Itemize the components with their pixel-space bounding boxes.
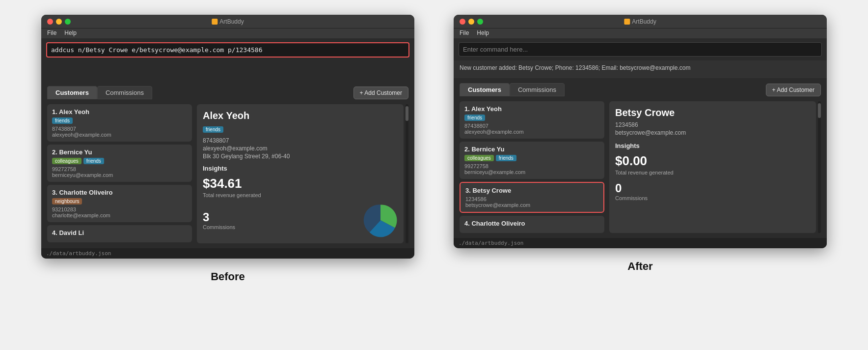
- before-commissions-info: 3 Commissions: [203, 210, 235, 230]
- before-traffic-lights: [47, 19, 71, 25]
- after-label: After: [627, 260, 652, 273]
- after-customer-3-name: 3. Betsy Crowe: [465, 187, 598, 194]
- after-status-bar: New customer added: Betsy Crowe; Phone: …: [454, 60, 827, 78]
- after-file-path: ./data/artbuddy.json: [454, 238, 827, 248]
- before-customer-3-email: charlotte@example.com: [52, 212, 187, 218]
- before-command-area: addcus n/Betsy Crowe e/betsycrowe@exampl…: [41, 38, 414, 61]
- after-panels: 1. Alex Yeoh friends 87438807 alexyeoh@e…: [460, 101, 821, 233]
- before-scrollbar-thumb[interactable]: [406, 106, 408, 121]
- before-panels: 1. Alex Yeoh friends 87438807 alexyeoh@e…: [47, 104, 408, 243]
- after-tabs-row: Customers Commissions + Add Customer: [460, 83, 821, 96]
- before-scrollbar-track[interactable]: [406, 104, 408, 243]
- before-customer-4-name: 4. David Li: [52, 229, 187, 236]
- before-customer-3-phone: 93210283: [52, 206, 187, 212]
- after-customer-1[interactable]: 1. Alex Yeoh friends 87438807 alexyeoh@e…: [460, 101, 604, 139]
- before-commissions-row: 3 Commissions: [203, 203, 398, 237]
- after-customer-2-tag-friends: friends: [496, 155, 516, 161]
- after-window-title: ArtBuddy: [624, 18, 656, 25]
- before-pie-chart: [363, 203, 398, 237]
- after-scrollbar-track[interactable]: [818, 101, 821, 233]
- before-customer-2-tag-friends: friends: [83, 158, 104, 164]
- before-customer-1-phone: 87438807: [52, 126, 187, 132]
- before-detail-tag-friends: friends: [203, 126, 223, 133]
- after-revenue-label: Total revenue generated: [615, 170, 810, 175]
- after-customer-2-name: 2. Bernice Yu: [464, 146, 599, 153]
- before-minimize-button[interactable]: [56, 19, 62, 25]
- after-customer-3[interactable]: 3. Betsy Crowe 1234586 betsycrowe@exampl…: [460, 182, 604, 213]
- before-close-button[interactable]: [47, 19, 53, 25]
- after-customer-2-tags: colleagues friends: [464, 155, 599, 161]
- before-customer-4[interactable]: 4. David Li: [47, 225, 192, 242]
- after-detail-phone: 1234586: [615, 121, 810, 128]
- after-close-button[interactable]: [460, 19, 465, 25]
- after-customer-2[interactable]: 2. Bernice Yu colleagues friends 9927275…: [460, 142, 604, 179]
- after-customer-3-phone: 1234586: [465, 196, 598, 202]
- before-detail-name: Alex Yeoh: [203, 110, 398, 121]
- before-menu-help[interactable]: Help: [64, 29, 77, 36]
- after-menu-bar: File Help: [454, 29, 827, 38]
- after-menu-help[interactable]: Help: [477, 29, 489, 36]
- before-customer-1-tag-friends: friends: [52, 117, 73, 124]
- after-window: ArtBuddy File Help Enter command here...…: [454, 15, 827, 248]
- before-menu-file[interactable]: File: [47, 29, 56, 36]
- before-customer-3[interactable]: 3. Charlotte Oliveiro neighbours 9321028…: [47, 185, 192, 222]
- before-customer-1[interactable]: 1. Alex Yeoh friends 87438807 alexyeoh@e…: [47, 104, 192, 142]
- before-command-input[interactable]: addcus n/Betsy Crowe e/betsycrowe@exampl…: [46, 42, 409, 58]
- after-customer-1-email: alexyeoh@example.com: [464, 129, 599, 135]
- before-detail-area: Alex Yeoh friends 87438807 alexyeoh@exam…: [197, 104, 408, 243]
- before-customer-1-tags: friends: [52, 117, 187, 124]
- before-tabs-row: Customers Commissions + Add Customer: [47, 86, 408, 99]
- after-customer-1-phone: 87438807: [464, 123, 599, 129]
- after-insights-title: Insights: [615, 142, 810, 149]
- before-detail-tag-row: friends: [203, 124, 398, 133]
- before-detail-panel: Alex Yeoh friends 87438807 alexyeoh@exam…: [197, 104, 404, 243]
- after-customer-4[interactable]: 4. Charlotte Oliveiro: [460, 216, 604, 233]
- after-add-customer-button[interactable]: + Add Customer: [766, 84, 821, 96]
- before-insights-title: Insights: [203, 165, 398, 172]
- after-status-message: New customer added: Betsy Crowe; Phone: …: [460, 64, 690, 71]
- after-customer-list: 1. Alex Yeoh friends 87438807 alexyeoh@e…: [460, 101, 604, 233]
- after-customer-4-name: 4. Charlotte Oliveiro: [464, 220, 599, 227]
- before-customer-2[interactable]: 2. Bernice Yu colleagues friends 9927275…: [47, 145, 192, 182]
- after-minimize-button[interactable]: [468, 19, 474, 25]
- before-window-title: ArtBuddy: [212, 18, 244, 25]
- after-revenue-amount: $0.00: [615, 153, 810, 169]
- after-commissions-section: 0 Commissions: [615, 181, 810, 201]
- after-tab-commissions[interactable]: Commissions: [510, 83, 565, 96]
- after-menu-file[interactable]: File: [460, 29, 469, 36]
- after-container: ArtBuddy File Help Enter command here...…: [454, 15, 827, 273]
- after-customer-3-email: betsycrowe@example.com: [465, 202, 598, 208]
- after-maximize-button[interactable]: [477, 19, 483, 25]
- after-title-bar: ArtBuddy: [454, 15, 827, 29]
- after-commissions-count: 0: [615, 181, 810, 195]
- before-customer-2-phone: 99272758: [52, 166, 187, 172]
- before-tab-customers[interactable]: Customers: [47, 86, 97, 99]
- after-customer-2-phone: 99272758: [464, 163, 599, 169]
- after-customer-1-tag-friends: friends: [464, 115, 485, 121]
- before-customer-1-email: alexyeoh@example.com: [52, 132, 187, 138]
- before-menu-bar: File Help: [41, 29, 414, 38]
- artbuddy-icon: [212, 19, 217, 25]
- before-customer-3-tags: neighbours: [52, 198, 187, 204]
- after-main-content: Customers Commissions + Add Customer 1. …: [454, 78, 827, 238]
- before-detail-email: alexyeoh@example.com: [203, 145, 398, 152]
- before-detail-phone: 87438807: [203, 137, 398, 144]
- after-tab-customers[interactable]: Customers: [460, 83, 510, 96]
- before-add-customer-button[interactable]: + Add Customer: [353, 87, 408, 99]
- after-customer-1-name: 1. Alex Yeoh: [464, 105, 599, 113]
- before-file-path: ./data/artbuddy.json: [41, 248, 414, 259]
- after-command-input[interactable]: Enter command here...: [459, 42, 822, 57]
- before-tab-commissions[interactable]: Commissions: [97, 86, 152, 99]
- after-detail-panel: Betsy Crowe 1234586 betsycrowe@example.c…: [609, 101, 816, 233]
- before-maximize-button[interactable]: [65, 19, 71, 25]
- before-commissions-count: 3: [203, 210, 235, 224]
- before-customer-list: 1. Alex Yeoh friends 87438807 alexyeoh@e…: [47, 104, 192, 243]
- before-main-content: Customers Commissions + Add Customer 1. …: [41, 81, 414, 248]
- after-scrollbar-thumb[interactable]: [818, 103, 821, 118]
- after-artbuddy-icon: [624, 19, 630, 25]
- before-customer-2-email: berniceyu@example.com: [52, 172, 187, 178]
- after-detail-name: Betsy Crowe: [615, 107, 810, 118]
- before-label: Before: [211, 270, 245, 283]
- before-customer-2-name: 2. Bernice Yu: [52, 148, 187, 156]
- before-customer-3-tag-neighbours: neighbours: [52, 198, 82, 204]
